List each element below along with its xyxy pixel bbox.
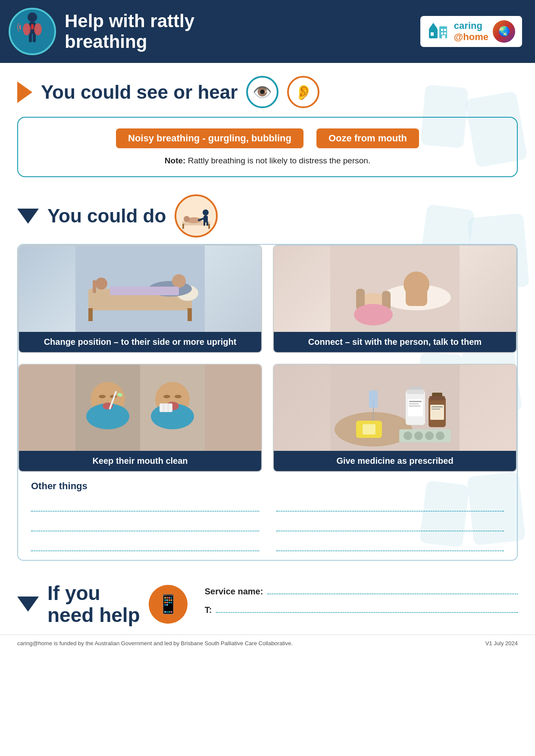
help-section: If you need help 📱 Service name: T: bbox=[0, 569, 535, 634]
svg-point-84 bbox=[436, 431, 444, 440]
help-left: If you need help 📱 bbox=[17, 582, 188, 626]
svg-rect-18 bbox=[208, 224, 210, 229]
header-title: Help with rattly breathing bbox=[65, 11, 194, 53]
symptoms-row: Noisy breathing - gurgling, bubbling Ooz… bbox=[31, 128, 504, 148]
breathing-icon bbox=[17, 12, 47, 51]
svg-rect-23 bbox=[203, 222, 205, 226]
svg-point-83 bbox=[425, 431, 434, 440]
svg-rect-29 bbox=[188, 308, 192, 321]
see-hear-title-row: You could see or hear 👁️ 👂 bbox=[17, 76, 518, 108]
t-label: T: bbox=[205, 605, 212, 615]
svg-rect-11 bbox=[441, 29, 443, 31]
svg-point-34 bbox=[95, 278, 107, 290]
mouth-clean-label: Keep their mouth clean bbox=[19, 451, 261, 471]
caregiver-svg bbox=[179, 199, 213, 233]
medicine-photo-art bbox=[274, 365, 516, 451]
action-connect: Connect – sit with the person, talk to t… bbox=[273, 245, 517, 353]
svg-rect-72 bbox=[409, 403, 419, 404]
connect-image bbox=[274, 246, 516, 332]
other-things-lines bbox=[31, 500, 504, 551]
symptom-noisy-breathing: Noisy breathing - gurgling, bubbling bbox=[116, 128, 303, 148]
svg-rect-24 bbox=[206, 222, 208, 226]
svg-rect-58 bbox=[160, 403, 172, 412]
svg-marker-8 bbox=[429, 23, 438, 29]
svg-point-81 bbox=[404, 431, 412, 440]
action-mouth-clean: Keep their mouth clean bbox=[18, 364, 262, 472]
svg-rect-17 bbox=[182, 224, 184, 229]
medicine-image bbox=[274, 365, 516, 451]
svg-rect-33 bbox=[110, 287, 179, 295]
phone-icon: 📱 bbox=[149, 585, 188, 624]
note-line-4 bbox=[276, 519, 504, 531]
you-could-do-section: You could do bbox=[0, 190, 535, 569]
action-medicine: Give medicine as prescribed bbox=[273, 364, 517, 472]
footer: caring@home is funded by the Australian … bbox=[0, 634, 535, 652]
svg-rect-73 bbox=[409, 406, 420, 406]
down-arrow-icon bbox=[17, 209, 39, 224]
t-line: T: bbox=[205, 605, 518, 615]
mouth-clean-photo-art bbox=[19, 365, 261, 451]
change-position-image bbox=[19, 246, 261, 332]
svg-rect-39 bbox=[406, 284, 427, 306]
position-photo-art bbox=[19, 246, 261, 332]
svg-rect-78 bbox=[432, 406, 443, 407]
do-title-row: You could do bbox=[17, 194, 518, 237]
help-title: If you need help bbox=[47, 582, 140, 626]
help-down-arrow-icon bbox=[17, 597, 39, 612]
svg-rect-64 bbox=[363, 424, 375, 434]
actions-card: Change position – to their side or more … bbox=[17, 244, 518, 561]
see-hear-section: You could see or hear 👁️ 👂 Noisy breathi… bbox=[0, 63, 535, 190]
svg-rect-4 bbox=[31, 24, 34, 29]
note-text: Note: Rattly breathing is not likely to … bbox=[31, 156, 504, 166]
orange-arrow-icon bbox=[17, 81, 32, 103]
actions-grid: Change position – to their side or more … bbox=[18, 245, 517, 472]
svg-point-55 bbox=[163, 395, 170, 398]
note-line-6 bbox=[276, 539, 504, 551]
svg-point-3 bbox=[34, 23, 42, 35]
connect-photo-art bbox=[274, 246, 516, 332]
header-left: Help with rattly breathing bbox=[9, 8, 194, 55]
footer-credit: caring@home is funded by the Australian … bbox=[17, 640, 293, 647]
symptoms-card: Noisy breathing - gurgling, bubbling Ooz… bbox=[17, 117, 518, 177]
svg-rect-71 bbox=[409, 401, 422, 402]
svg-rect-66 bbox=[369, 390, 378, 408]
footer-version: V1 July 2024 bbox=[485, 640, 518, 647]
svg-point-48 bbox=[99, 395, 106, 398]
svg-rect-13 bbox=[441, 32, 443, 34]
logo-house-icon bbox=[427, 20, 450, 43]
svg-point-43 bbox=[354, 304, 393, 325]
svg-rect-12 bbox=[444, 29, 446, 31]
mouth-clean-image bbox=[19, 365, 261, 451]
action-change-position: Change position – to their side or more … bbox=[18, 245, 262, 353]
symptom-ooze-mouth: Ooze from mouth bbox=[316, 128, 419, 148]
medicine-label: Give medicine as prescribed bbox=[274, 451, 516, 471]
note-line-1 bbox=[31, 500, 259, 512]
svg-rect-28 bbox=[88, 308, 93, 321]
ear-icon: 👂 bbox=[287, 76, 319, 108]
note-line-2 bbox=[276, 500, 504, 512]
t-input-line bbox=[216, 605, 518, 613]
svg-rect-14 bbox=[444, 32, 446, 34]
svg-point-21 bbox=[203, 209, 209, 216]
svg-rect-69 bbox=[407, 390, 424, 394]
logo: caring @home 🌏 bbox=[420, 16, 522, 47]
svg-point-2 bbox=[23, 23, 31, 35]
service-name-label: Service name: bbox=[205, 587, 263, 597]
logo-text: caring @home bbox=[454, 20, 488, 43]
svg-point-56 bbox=[175, 395, 181, 398]
see-hear-title: You could see or hear bbox=[41, 81, 238, 103]
svg-rect-35 bbox=[93, 280, 96, 293]
header-icon bbox=[9, 8, 56, 55]
svg-rect-9 bbox=[431, 32, 434, 36]
do-title: You could do bbox=[47, 205, 166, 227]
svg-point-82 bbox=[414, 431, 423, 440]
logo-decorative-circle: 🌏 bbox=[493, 20, 515, 43]
other-things-title: Other things bbox=[31, 481, 504, 492]
svg-rect-5 bbox=[29, 34, 32, 42]
caregiver-icon bbox=[175, 194, 218, 237]
note-line-5 bbox=[31, 539, 259, 551]
other-things-section: Other things bbox=[18, 472, 517, 560]
help-right: Service name: T: bbox=[205, 582, 518, 624]
eye-icon: 👁️ bbox=[246, 76, 278, 108]
svg-point-20 bbox=[184, 216, 190, 222]
